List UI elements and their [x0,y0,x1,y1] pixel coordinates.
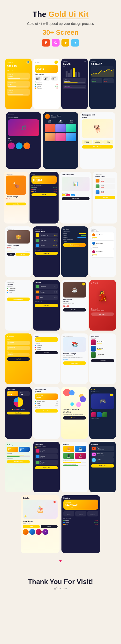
flutter-badge: ◄ [71,39,79,46]
screen-burger-app: The Positive 🍔 Classic Burger $12.99 Coo… [5,226,32,277]
bar4 [71,70,72,77]
bar5 [73,68,75,77]
screen-finance-analytics: Analytics $2,431.87 Income +12% Expense [89,58,116,109]
screen-photo-social: Orlando Dicho Photographer 239 Photos 1.… [43,112,78,169]
figma-badge: F [42,39,50,46]
watermark: gfxtra.com [5,587,116,590]
screen-row-5: The Positive Grocery Art Details Fresh F… [4,280,117,330]
screen-row-8: e Study Math A+ Science B+ Progress E [4,442,117,492]
screen-pet-app: Time spend with animal 🐕 Distance 2.5km … [80,112,115,169]
main-title: The Gold Ui Kit [5,10,116,19]
screen-row-7: Dashboard Revenue $8.2k Users 1.4k 50% 2… [4,387,117,439]
subtitle: Gold ui kit will speed up your design pr… [5,21,116,26]
screen-row-9: Birthday 🎂 🎈 ⭐ Your Name March 15, 2023 … [4,495,117,553]
screen-row-3: The Positive 🍗 Chicken Wings $12.99 ★★★★… [4,172,117,224]
bar2 [66,71,68,77]
bar7 [78,72,80,77]
title-prefix: The [32,10,48,18]
screen-finance-white: Gi Bank Balance $4,541 Best Savings Best… [33,58,60,109]
screen-study-app: e Study Math A+ Science B+ Progress E [5,442,32,492]
screen-food-orange: The Positive 🍗 Chicken Wings $12.99 ★★★★… [4,172,28,224]
screen-music: Musiclover All Artists Featured 🎵 12 Top… [6,112,41,169]
screen-grocery: The Positive Grocery Art Details Fresh F… [5,280,32,330]
screen-food-delivery: The Positive Popular Tables Burger $8.99… [93,172,117,224]
bar6 [75,72,77,77]
screen-design-files: Design File All Recent Shared UI Kit.fig… [33,442,60,492]
screen-finance-yellow: All Wallet 👤 $569.25 ↑ 1.7k ↓ 3.5k [5,58,32,109]
sketch-badge: ◆ [62,39,69,46]
screen-efriend-yellow: e Friend Tasks Design UI Due today User … [5,334,32,384]
screen-platforms: Platforms F FigmaResponsiveness Xd Adobe… [89,442,116,492]
screen-today-planner: Today Monday March 2023 Designer Instagr… [33,334,60,384]
screen-finance-dark2: Cards Total Balance $8,423.87 **** **** … [30,172,58,224]
screen-story-app: The Creative Story 📚 Hilldale College St… [61,334,88,384]
screen-tracking: Tracking with Qatoria Active Track 54% M… [33,387,60,439]
page-footer: Thank You For Visit! gfxtra.com [0,568,121,600]
screen-features: Features 🎨 Design 💻 Develop 📱 Mobile [61,442,88,492]
page-header: The Gold Ui Kit Gold ui kit will speed u… [0,0,121,56]
screen-services: Services Running time Review Support Del… [61,226,88,277]
tools-row: F Xd ◆ ◄ [5,39,116,46]
screens-section: All Wallet 👤 $569.25 ↑ 1.7k ↓ 3.5k [0,56,121,568]
screen-row-4: The Positive 🍔 Classic Burger $12.99 Coo… [4,226,117,277]
screen-count: 30+ Screen [5,29,116,36]
xd-badge: Xd [52,39,59,46]
footer-title: Thank You For Visit! [5,578,116,586]
screen-banking: Banking Your Card $12,450.00 **** **** *… [62,495,100,553]
screen-efriend-red: e Friend 💃 Connect Find your friends nea… [89,280,116,330]
screen-dashboard: Dashboard Revenue $8.2k Users 1.4k 50% 2… [5,387,32,439]
screen-set-new-plan: Set New Plan 📊 Categories Food Travel He… [60,172,91,224]
screen-coffee-app: ☕ ♥ El Salvador Coffee Medium roast • 25… [61,280,88,330]
screen-reviews: Reviews All Reviews John Maxwell ★★★★★ G… [89,226,116,277]
heart-divider: ♥ [4,558,117,564]
bar3 [68,73,70,77]
screen-gold-game: Gold Gold Creative 🎮 NEW Character Art G… [89,387,116,439]
screen-finance-dark: Savings Jul $5,546 +495 Goal Vac [61,58,88,109]
screen-row-2: Musiclover All Artists Featured 🎵 12 Top… [4,112,117,169]
screen-finance-menu: The Positive Popular Menu Premium Plan $… [33,226,60,277]
screen-grocery-list: Grocery Tomatoes $2.50 Oranges $3.00 Bee… [33,280,60,330]
screen-books-app: Best Books Trending Design Book ★★★★★ UI… [89,334,116,384]
screen-best-platform: The best platform of artists Discover am… [61,387,88,439]
title-gold: Gold Ui Kit [48,10,88,19]
screen-row-1: All Wallet 👤 $569.25 ↑ 1.7k ↓ 3.5k [4,58,117,109]
screen-row-6: e Friend Tasks Design UI Due today User … [4,334,117,384]
screen-birthday: Birthday 🎂 🎈 ⭐ Your Name March 15, 2023 … [21,495,59,553]
